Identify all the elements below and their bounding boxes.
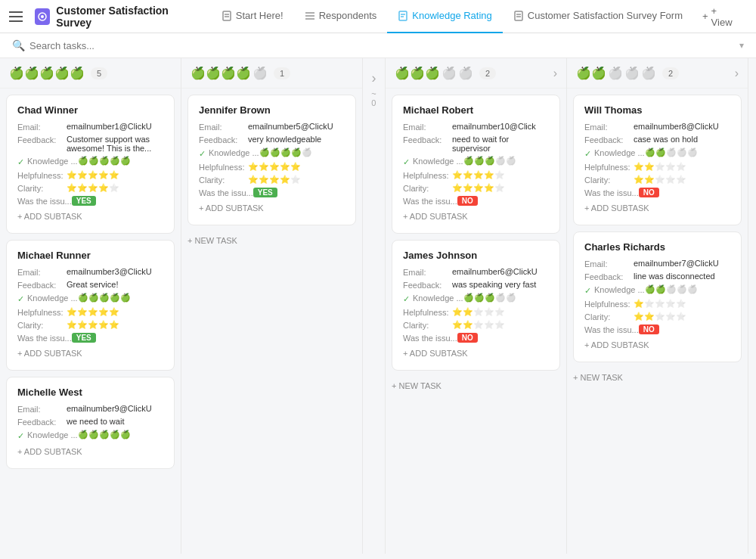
new-task-button[interactable]: + NEW TASK [392, 377, 560, 395]
apple-rating-col3: 🍏🍏🍏🍏🍏 [395, 66, 473, 80]
search-input[interactable] [29, 40, 735, 51]
add-subtask-button[interactable]: + ADD SUBTASK [17, 209, 163, 224]
card-label: Helpfulness: [403, 170, 452, 180]
card-value: ⭐⭐⭐⭐⭐ [67, 183, 163, 193]
card-row: Feedback:need to wait for supervisor [403, 135, 549, 153]
column-header-col1: 🍏🍏🍏🍏🍏5 [0, 58, 181, 89]
issue-label: Was the issu... [584, 325, 639, 334]
check-icon: ✓ [17, 157, 24, 167]
card-1: James JohnsonEmail:emailnumber6@ClickUFe… [392, 240, 560, 371]
tab-respondents-label: Respondents [319, 10, 377, 21]
add-subtask-button[interactable]: + ADD SUBTASK [199, 200, 345, 216]
issue-badge: NO [639, 188, 659, 197]
tab-start[interactable]: Start Here! [211, 0, 294, 33]
dropdown-icon[interactable]: ▾ [739, 40, 744, 51]
issue-label: Was the issu... [199, 188, 253, 197]
new-task-button[interactable]: + NEW TASK [187, 231, 356, 250]
tab-form-label: Customer Satisfaction Survey Form [528, 10, 683, 21]
card-value: emailnumber1@ClickU [67, 122, 163, 131]
card-row: Feedback:we need to wait [17, 417, 163, 427]
tab-respondents[interactable]: Respondents [294, 0, 388, 33]
card-label: Email: [17, 122, 67, 132]
tab-knowledge[interactable]: Knowledge Rating [387, 0, 503, 33]
add-view-button[interactable]: + + View [693, 5, 747, 28]
card-label: Feedback: [403, 135, 452, 144]
card-label: Knowledge ... [209, 148, 259, 157]
app-container: Customer Satisfaction Survey Start Here!… [0, 0, 756, 554]
count-badge-col2: 1 [274, 67, 290, 79]
card-value: ⭐⭐⭐⭐⭐ [634, 175, 730, 185]
card-row: ✓Knowledge ...🍏🍏🍏🍏🍏 [199, 148, 345, 159]
card-row-issue: Was the issu...NO [584, 188, 730, 197]
check-icon: ✓ [584, 286, 591, 296]
add-subtask-button[interactable]: + ADD SUBTASK [17, 444, 163, 459]
card-row: Email:emailnumber3@ClickU [17, 267, 163, 277]
card-label: Knowledge ... [27, 293, 78, 303]
column-body-col4: Will ThomasEmail:emailnumber8@ClickUFeed… [567, 89, 748, 554]
card-label: Clarity: [403, 183, 452, 193]
tab-form[interactable]: Customer Satisfaction Survey Form [503, 0, 693, 33]
check-icon: ✓ [403, 157, 410, 167]
card-value: ⭐⭐⭐⭐⭐ [67, 320, 163, 330]
card-0: Michael RobertEmail:emailnumber10@ClickF… [392, 95, 560, 234]
add-subtask-button[interactable]: + ADD SUBTASK [584, 337, 730, 352]
apple-rating-col1: 🍏🍏🍏🍏🍏 [9, 66, 85, 80]
card-value: ⭐⭐⭐⭐⭐ [452, 170, 549, 180]
card-value: 🍏🍏🍏🍏🍏 [645, 284, 730, 294]
tab-start-label: Start Here! [236, 10, 284, 21]
card-label: Clarity: [584, 312, 634, 321]
card-label: Feedback: [584, 135, 634, 144]
card-label: Email: [403, 122, 452, 132]
card-value: 🍏🍏🍏🍏🍏 [463, 293, 549, 303]
card-row: ✓Knowledge ...🍏🍏🍏🍏🍏 [17, 156, 163, 167]
card-value: ⭐⭐⭐⭐⭐ [248, 162, 345, 172]
add-subtask-button[interactable]: + ADD SUBTASK [584, 200, 730, 216]
issue-label: Was the issu... [403, 196, 457, 206]
card-value: Customer support was awesome! This is th… [67, 135, 163, 153]
card-row: Helpfulness:⭐⭐⭐⭐⭐ [584, 162, 730, 172]
svg-rect-2 [223, 11, 231, 20]
card-row: Email:emailnumber5@ClickU [199, 122, 345, 132]
add-view-label: + View [711, 5, 738, 28]
card-title: Michelle West [17, 387, 163, 398]
check-icon: ✓ [199, 149, 206, 159]
card-0: Will ThomasEmail:emailnumber8@ClickUFeed… [573, 95, 742, 225]
card-label: Clarity: [17, 183, 67, 193]
add-subtask-button[interactable]: + ADD SUBTASK [403, 209, 549, 224]
column-col2: 🍏🍏🍏🍏🍏1Jennifer BrownEmail:emailnumber5@C… [181, 58, 363, 554]
card-label: Helpfulness: [584, 299, 634, 309]
column-header-col2: 🍏🍏🍏🍏🍏1 [181, 58, 362, 89]
header-tabs: Start Here! Respondents Knowledge Rating… [211, 0, 693, 33]
card-label: Knowledge ... [27, 430, 78, 439]
check-icon: ✓ [403, 294, 410, 304]
header: Customer Satisfaction Survey Start Here!… [0, 0, 756, 33]
tilde-indicator: ~0 [371, 89, 376, 107]
card-row-issue: Was the issu...YES [17, 333, 163, 343]
card-label: Feedback: [17, 280, 67, 290]
add-subtask-button[interactable]: + ADD SUBTASK [17, 346, 163, 361]
card-row: ✓Knowledge ...🍏🍏🍏🍏🍏 [403, 293, 549, 304]
collapse-arrow-narrow[interactable]: › [372, 70, 376, 86]
card-value: need to wait for supervisor [452, 135, 549, 153]
collapse-arrow-col3[interactable]: › [553, 67, 557, 80]
column-body-col1: Chad WinnerEmail:emailnumber1@ClickUFeed… [0, 89, 181, 554]
collapse-arrow-col4[interactable]: › [735, 67, 739, 80]
card-value: 🍏🍏🍏🍏🍏 [78, 156, 163, 166]
card-label: Helpfulness: [584, 162, 634, 172]
card-value: emailnumber9@ClickU [67, 404, 163, 413]
issue-label: Was the issu... [17, 333, 72, 343]
add-subtask-button[interactable]: + ADD SUBTASK [403, 346, 549, 361]
issue-badge: YES [72, 196, 96, 205]
card-value: 🍏🍏🍏🍏🍏 [78, 430, 163, 439]
count-badge-col1: 5 [91, 67, 107, 79]
card-row: Clarity:⭐⭐⭐⭐⭐ [403, 320, 549, 330]
card-value: 🍏🍏🍏🍏🍏 [78, 293, 163, 303]
card-label: Knowledge ... [413, 293, 463, 303]
card-row: Helpfulness:⭐⭐⭐⭐⭐ [403, 170, 549, 180]
issue-badge: NO [639, 325, 659, 334]
menu-button[interactable] [9, 6, 29, 27]
card-row: Feedback:Great service! [17, 280, 163, 290]
card-row: ✓Knowledge ...🍏🍏🍏🍏🍏 [17, 430, 163, 441]
column-body-col2: Jennifer BrownEmail:emailnumber5@ClickUF… [181, 89, 362, 554]
new-task-button[interactable]: + NEW TASK [573, 368, 742, 387]
